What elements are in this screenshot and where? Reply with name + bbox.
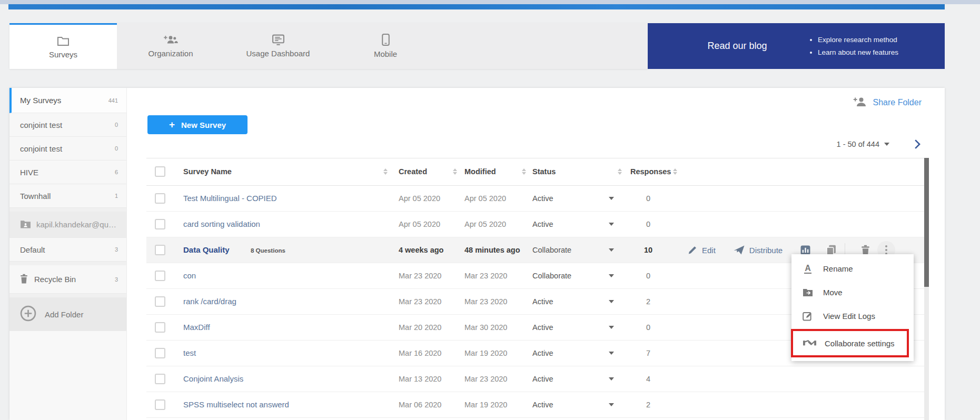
status-dropdown-caret-icon[interactable] <box>609 377 614 381</box>
sort-icon[interactable] <box>522 168 526 175</box>
responses-cell: 0 <box>633 220 663 228</box>
blog-banner: Read our blog Explore research method Le… <box>648 23 945 69</box>
sidebar-item-default[interactable]: Default 3 <box>9 238 126 262</box>
table-scrollbar-thumb[interactable] <box>924 158 929 287</box>
annotation-highlight-box: Collaborate settings <box>791 329 909 357</box>
status-dropdown-value[interactable]: Collaborate <box>532 272 571 280</box>
banner-bullet-list: Explore research method Learn about new … <box>803 34 945 59</box>
tab-organization[interactable]: Organization <box>117 23 224 69</box>
row-checkbox[interactable] <box>155 296 165 307</box>
row-checkbox[interactable] <box>155 245 165 255</box>
modified-cell: Mar 23 2020 <box>464 375 507 383</box>
table-header-row: Survey Name Created Modified Status Resp… <box>146 158 924 186</box>
edit-button[interactable]: Edit <box>688 245 716 255</box>
pagination-range-label[interactable]: 1 - 50 of 444 <box>837 140 879 148</box>
share-folder-button[interactable]: Share Folder <box>853 96 922 109</box>
sidebar-item-recycle-bin[interactable]: Recycle Bin 3 <box>9 265 126 294</box>
row-checkbox[interactable] <box>155 374 165 384</box>
responses-cell: 0 <box>633 272 663 280</box>
row-checkbox[interactable] <box>155 219 165 229</box>
survey-name-link[interactable]: Data Quality <box>183 245 230 254</box>
menu-item-move[interactable]: Move <box>791 281 914 304</box>
status-dropdown-caret-icon[interactable] <box>609 403 614 406</box>
header-modified[interactable]: Modified <box>464 167 496 176</box>
sort-icon[interactable] <box>618 168 622 175</box>
folder-count: 0 <box>115 145 118 152</box>
table-row: card sorting validation Apr 05 2020 Apr … <box>146 212 924 237</box>
row-checkbox[interactable] <box>155 271 165 281</box>
tab-surveys[interactable]: Surveys <box>9 23 117 69</box>
status-dropdown-value[interactable]: Active <box>532 401 553 409</box>
row-checkbox[interactable] <box>155 193 165 204</box>
plus-icon: + <box>169 119 175 131</box>
chevron-down-icon[interactable] <box>884 143 889 146</box>
sort-icon[interactable] <box>673 168 677 175</box>
read-our-blog-link[interactable]: Read our blog <box>671 41 803 52</box>
row-checkbox[interactable] <box>155 322 165 333</box>
survey-name-link[interactable]: con <box>183 271 196 280</box>
select-all-checkbox[interactable] <box>155 166 165 177</box>
tab-usage-dashboard[interactable]: Usage Dashboard <box>224 23 332 69</box>
rename-icon: A <box>801 264 815 274</box>
survey-name-link[interactable]: Test Multilingual - COPIED <box>183 194 277 203</box>
row-checkbox[interactable] <box>155 348 165 358</box>
folder-label: Recycle Bin <box>34 275 104 284</box>
header-responses[interactable]: Responses <box>630 167 671 176</box>
folder-label: conjoint test <box>20 121 111 129</box>
survey-name-link[interactable]: Conjoint Analysis <box>183 374 243 383</box>
distribute-button[interactable]: Distribute <box>734 245 783 255</box>
status-dropdown-value[interactable]: Active <box>532 323 553 332</box>
sidebar-item-my-surveys[interactable]: My Surveys 441 <box>9 88 126 113</box>
menu-item-rename[interactable]: A Rename <box>791 257 914 281</box>
distribute-label: Distribute <box>749 246 783 255</box>
menu-item-label: Move <box>823 288 843 297</box>
table-scrollbar-track[interactable] <box>924 158 929 420</box>
sidebar-item-hive[interactable]: HIVE 6 <box>9 161 126 184</box>
status-dropdown-value[interactable]: Collaborate <box>532 246 571 254</box>
survey-name-link[interactable]: card sorting validation <box>183 219 260 228</box>
next-page-button[interactable] <box>914 139 920 149</box>
add-folder-button[interactable]: Add Folder <box>9 297 126 331</box>
survey-name-link[interactable]: SPSS multiselect not answerd <box>183 400 289 409</box>
paper-plane-icon <box>734 245 745 255</box>
survey-name-link[interactable]: test <box>183 348 196 357</box>
status-dropdown-caret-icon[interactable] <box>609 274 614 277</box>
sidebar-item-conjoint-test-1[interactable]: conjoint test 0 <box>9 113 126 137</box>
status-dropdown-caret-icon[interactable] <box>609 223 614 226</box>
share-folder-label: Share Folder <box>873 98 922 107</box>
status-dropdown-value[interactable]: Active <box>532 349 553 357</box>
status-dropdown-value[interactable]: Active <box>532 220 553 228</box>
survey-name-link[interactable]: rank /card/drag <box>183 297 236 306</box>
folder-count: 3 <box>115 276 118 283</box>
banner-bullet: Explore research method <box>818 34 945 46</box>
tab-label: Mobile <box>374 49 397 58</box>
status-dropdown-caret-icon[interactable] <box>609 352 614 355</box>
survey-name-link[interactable]: MaxDiff <box>183 323 210 332</box>
tab-mobile[interactable]: Mobile <box>332 23 439 69</box>
status-dropdown-caret-icon[interactable] <box>609 326 614 329</box>
sidebar-item-townhall[interactable]: Townhall 1 <box>9 184 126 208</box>
new-survey-button[interactable]: + New Survey <box>147 115 248 134</box>
status-dropdown-value[interactable]: Active <box>532 297 553 306</box>
menu-item-label: Rename <box>823 264 853 273</box>
header-created[interactable]: Created <box>399 167 427 176</box>
status-dropdown-caret-icon[interactable] <box>609 197 614 200</box>
row-checkbox[interactable] <box>155 399 165 410</box>
header-status[interactable]: Status <box>532 167 556 176</box>
modified-cell: Mar 23 2020 <box>464 272 507 280</box>
menu-item-collaborate-settings[interactable]: Collaborate settings <box>793 331 907 355</box>
person-plus-icon <box>853 96 867 109</box>
status-dropdown-caret-icon[interactable] <box>609 300 614 303</box>
sidebar-item-conjoint-test-2[interactable]: conjoint test 0 <box>9 137 126 161</box>
sort-icon[interactable] <box>383 168 388 175</box>
sort-icon[interactable] <box>453 168 457 175</box>
status-dropdown-value[interactable]: Active <box>532 194 553 203</box>
sidebar-item-shared-folder[interactable]: kapil.khandekar@que… <box>9 212 126 238</box>
analytics-button[interactable] <box>800 245 810 255</box>
created-cell: Apr 05 2020 <box>399 194 440 203</box>
status-dropdown-value[interactable]: Active <box>532 375 553 383</box>
people-plus-icon <box>163 34 178 45</box>
menu-item-view-edit-logs[interactable]: View Edit Logs <box>791 304 914 328</box>
header-survey-name[interactable]: Survey Name <box>183 167 232 176</box>
status-dropdown-caret-icon[interactable] <box>609 248 614 252</box>
